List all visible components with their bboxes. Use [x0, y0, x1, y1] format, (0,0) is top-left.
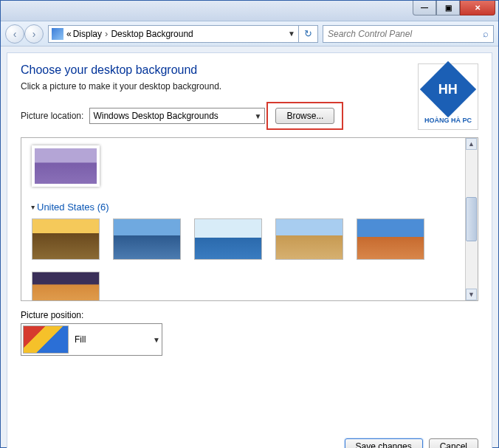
wallpaper-gallery: United States (6) ▲ ▼: [21, 137, 478, 301]
wallpaper-thumb-selected[interactable]: [32, 145, 100, 187]
browse-highlight: Browse...: [266, 102, 343, 130]
wallpaper-thumb[interactable]: [32, 272, 100, 301]
page-title: Choose your desktop background: [21, 63, 478, 77]
wallpaper-row: [32, 218, 467, 264]
scroll-up-button[interactable]: ▲: [466, 138, 477, 150]
logo-icon: HH: [420, 61, 476, 117]
breadcrumb-dropdown-icon[interactable]: ▼: [288, 30, 295, 38]
logo-text: HOÀNG HÀ PC: [424, 117, 472, 124]
breadcrumb[interactable]: « Display Desktop Background ▼: [48, 25, 299, 43]
cancel-button[interactable]: Cancel: [429, 438, 478, 448]
wallpaper-thumb[interactable]: [32, 218, 100, 260]
toolbar: ‹ › « Display Desktop Background ▼ ↻ ⌕: [1, 21, 498, 46]
search-box[interactable]: ⌕: [323, 25, 494, 43]
minimize-icon: —: [421, 4, 428, 12]
picture-location-label: Picture location:: [21, 111, 83, 121]
scrollbar[interactable]: ▲ ▼: [465, 138, 478, 300]
nav-buttons: ‹ ›: [5, 24, 44, 44]
window-controls: — ▣ ✕: [413, 1, 495, 15]
minimize-button[interactable]: —: [413, 1, 436, 15]
wallpaper-thumb[interactable]: [275, 218, 343, 260]
chevron-down-icon: ▼: [254, 112, 261, 120]
content-area: Choose your desktop background Click a p…: [7, 52, 492, 448]
logo-mark: HH: [438, 82, 458, 97]
position-preview-icon: [23, 325, 69, 354]
wallpaper-thumb[interactable]: [113, 218, 181, 260]
refresh-icon: ↻: [304, 28, 312, 39]
brand-logo: HH HOÀNG HÀ PC: [418, 63, 478, 130]
scroll-thumb[interactable]: [466, 197, 477, 241]
browse-button-label: Browse...: [286, 111, 323, 121]
search-icon: ⌕: [483, 28, 489, 39]
control-panel-window: — ▣ ✕ ‹ › « Display Desktop Background ▼…: [0, 0, 499, 448]
breadcrumb-overflow[interactable]: «: [66, 29, 72, 39]
wallpaper-thumb[interactable]: [194, 218, 262, 260]
scroll-down-button[interactable]: ▼: [466, 289, 477, 300]
page-subtitle: Click a picture to make it your desktop …: [21, 81, 478, 92]
save-button-label: Save changes: [356, 441, 412, 448]
back-icon: ‹: [13, 28, 17, 40]
titlebar: — ▣ ✕: [1, 1, 498, 21]
forward-icon: ›: [32, 28, 36, 40]
picture-location-row: Picture location: Windows Desktop Backgr…: [21, 102, 478, 130]
back-button[interactable]: ‹: [5, 24, 24, 44]
save-changes-button[interactable]: Save changes: [345, 438, 423, 448]
maximize-icon: ▣: [445, 4, 452, 12]
chevron-down-icon: ▼: [153, 336, 160, 344]
picture-position-label: Picture position:: [21, 310, 478, 320]
picture-position-dropdown[interactable]: Fill ▼: [21, 323, 162, 356]
close-button[interactable]: ✕: [460, 1, 495, 15]
maximize-button[interactable]: ▣: [436, 1, 460, 15]
picture-position-value: Fill: [75, 334, 147, 345]
picture-location-dropdown[interactable]: Windows Desktop Backgrounds ▼: [89, 108, 265, 124]
breadcrumb-separator: [103, 28, 109, 39]
breadcrumb-item-desktop-background[interactable]: Desktop Background: [111, 29, 193, 39]
footer-buttons: Save changes Cancel: [345, 438, 478, 448]
wallpaper-thumb[interactable]: [357, 218, 424, 260]
close-icon: ✕: [475, 4, 481, 12]
picture-location-value: Windows Desktop Backgrounds: [93, 111, 218, 121]
browse-button[interactable]: Browse...: [275, 108, 334, 124]
search-input[interactable]: [328, 29, 483, 39]
breadcrumb-icon: [52, 28, 63, 40]
category-header[interactable]: United States (6): [32, 201, 467, 213]
breadcrumb-item-display[interactable]: Display: [73, 29, 102, 39]
cancel-button-label: Cancel: [440, 441, 467, 448]
forward-button[interactable]: ›: [24, 24, 44, 44]
refresh-button[interactable]: ↻: [299, 25, 318, 43]
